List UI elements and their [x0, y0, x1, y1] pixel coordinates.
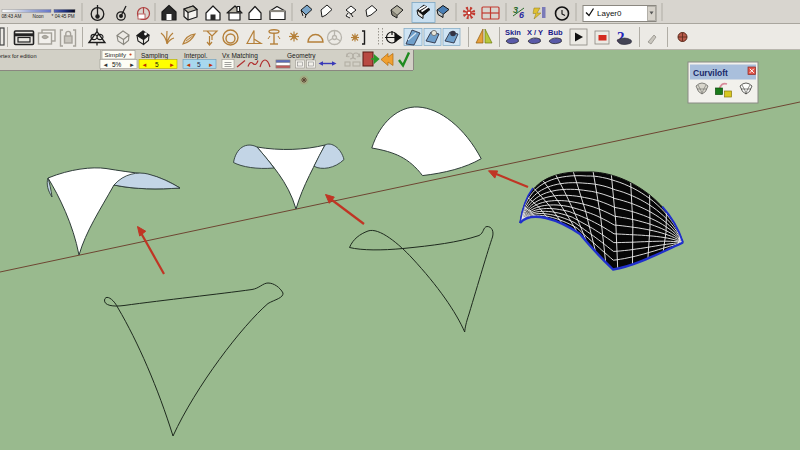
svg-text:◄: ◄	[142, 62, 148, 68]
svg-text:* 04:45 PM: * 04:45 PM	[52, 14, 75, 19]
svg-text:5%: 5%	[112, 61, 122, 68]
svg-text:Noon: Noon	[33, 14, 45, 19]
svg-text:5: 5	[197, 61, 201, 68]
svg-text:5: 5	[155, 61, 159, 68]
svg-text:Sampling: Sampling	[141, 52, 168, 60]
svg-text:►: ►	[129, 62, 135, 68]
svg-text:Layer0: Layer0	[597, 9, 622, 18]
svg-text:◄: ◄	[103, 62, 109, 68]
svg-text:Bub: Bub	[548, 28, 563, 37]
svg-text:Curviloft: Curviloft	[693, 68, 728, 78]
svg-text:Vx Matching: Vx Matching	[222, 52, 258, 60]
svg-text:Geometry: Geometry	[287, 52, 316, 60]
svg-text:Interpol.: Interpol.	[184, 52, 208, 60]
svg-text:►: ►	[169, 62, 175, 68]
svg-text:08:43 AM: 08:43 AM	[2, 14, 22, 19]
svg-text:►: ►	[208, 62, 214, 68]
svg-text:ertex for edition: ertex for edition	[0, 53, 37, 59]
svg-text:Simplify: Simplify	[105, 51, 128, 58]
svg-text:Skin: Skin	[505, 28, 521, 37]
svg-text:◄: ◄	[186, 62, 192, 68]
svg-text:X / Y: X / Y	[527, 28, 543, 37]
